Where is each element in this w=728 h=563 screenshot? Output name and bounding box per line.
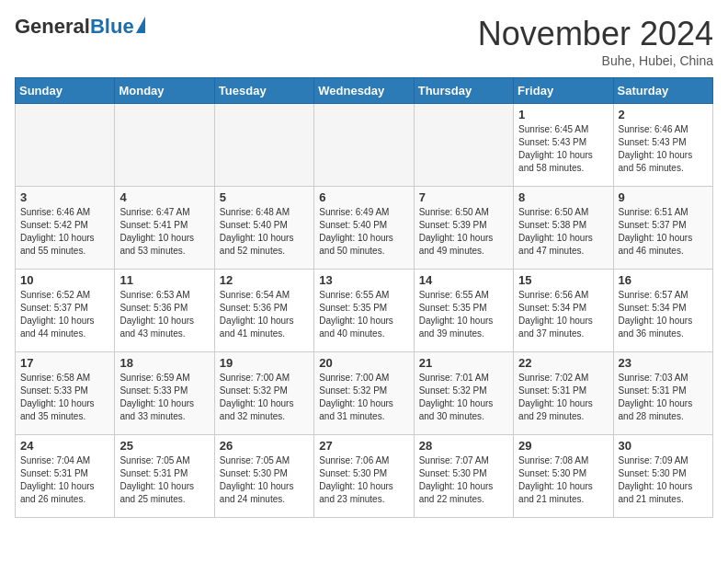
calendar-cell: 25Sunrise: 7:05 AMSunset: 5:31 PMDayligh… [115,435,214,518]
day-info: Sunrise: 7:09 AMSunset: 5:30 PMDaylight:… [619,454,708,506]
calendar-cell: 27Sunrise: 7:06 AMSunset: 5:30 PMDayligh… [314,435,414,518]
day-number: 5 [220,190,309,204]
day-info: Sunrise: 6:54 AMSunset: 5:36 PMDaylight:… [220,289,309,340]
day-number: 25 [119,439,209,453]
day-info: Sunrise: 6:56 AMSunset: 5:34 PMDaylight:… [518,289,608,340]
calendar-cell [16,104,115,187]
day-info: Sunrise: 7:06 AMSunset: 5:30 PMDaylight:… [319,454,408,506]
calendar-header-row: SundayMondayTuesdayWednesdayThursdayFrid… [16,78,713,104]
calendar-cell: 18Sunrise: 6:59 AMSunset: 5:33 PMDayligh… [115,352,214,435]
calendar-cell: 6Sunrise: 6:49 AMSunset: 5:40 PMDaylight… [314,187,414,270]
calendar-cell: 22Sunrise: 7:02 AMSunset: 5:31 PMDayligh… [514,352,613,435]
day-number: 20 [319,356,408,370]
logo-blue: Blue [90,15,134,39]
calendar-header-wednesday: Wednesday [314,78,414,104]
calendar-cell: 30Sunrise: 7:09 AMSunset: 5:30 PMDayligh… [613,435,712,518]
day-number: 21 [419,356,508,370]
day-info: Sunrise: 7:05 AMSunset: 5:31 PMDaylight:… [119,454,209,506]
calendar-week-5: 24Sunrise: 7:04 AMSunset: 5:31 PMDayligh… [16,435,713,518]
day-number: 16 [619,273,708,287]
calendar-cell: 17Sunrise: 6:58 AMSunset: 5:33 PMDayligh… [16,352,115,435]
day-info: Sunrise: 6:53 AMSunset: 5:36 PMDaylight:… [119,289,209,340]
calendar-cell: 24Sunrise: 7:04 AMSunset: 5:31 PMDayligh… [16,435,115,518]
day-info: Sunrise: 7:01 AMSunset: 5:32 PMDaylight:… [419,372,508,423]
calendar-cell [214,104,313,187]
day-number: 30 [619,439,708,453]
day-info: Sunrise: 7:00 AMSunset: 5:32 PMDaylight:… [220,372,309,423]
logo-general: General [15,15,90,39]
calendar-cell [115,104,214,187]
day-number: 27 [319,439,408,453]
day-info: Sunrise: 7:08 AMSunset: 5:30 PMDaylight:… [518,454,608,506]
calendar-cell: 12Sunrise: 6:54 AMSunset: 5:36 PMDayligh… [214,270,313,352]
calendar-header-thursday: Thursday [414,78,513,104]
calendar-header-monday: Monday [115,78,214,104]
calendar-cell: 21Sunrise: 7:01 AMSunset: 5:32 PMDayligh… [414,352,513,435]
logo-icon [136,17,145,33]
calendar-cell: 13Sunrise: 6:55 AMSunset: 5:35 PMDayligh… [314,270,414,352]
calendar-cell: 20Sunrise: 7:00 AMSunset: 5:32 PMDayligh… [314,352,414,435]
day-number: 7 [419,190,508,204]
calendar-cell: 23Sunrise: 7:03 AMSunset: 5:31 PMDayligh… [613,352,712,435]
day-info: Sunrise: 6:46 AMSunset: 5:43 PMDaylight:… [619,123,708,175]
day-number: 15 [518,273,608,287]
calendar-cell [314,104,414,187]
day-number: 26 [220,439,309,453]
day-number: 23 [619,356,708,370]
calendar-week-4: 17Sunrise: 6:58 AMSunset: 5:33 PMDayligh… [16,352,713,435]
day-number: 3 [20,190,109,204]
day-number: 8 [518,190,608,204]
day-info: Sunrise: 6:48 AMSunset: 5:40 PMDaylight:… [220,206,309,258]
day-info: Sunrise: 7:07 AMSunset: 5:30 PMDaylight:… [419,454,508,506]
day-info: Sunrise: 6:58 AMSunset: 5:33 PMDaylight:… [20,372,109,423]
calendar-cell: 15Sunrise: 6:56 AMSunset: 5:34 PMDayligh… [514,270,613,352]
day-number: 14 [419,273,508,287]
calendar-cell: 9Sunrise: 6:51 AMSunset: 5:37 PMDaylight… [613,187,712,270]
location: Buhe, Hubei, China [478,53,713,68]
calendar-header-sunday: Sunday [16,78,115,104]
page-container: General Blue November 2024 Buhe, Hubei, … [15,15,713,518]
day-info: Sunrise: 7:05 AMSunset: 5:30 PMDaylight:… [220,454,309,506]
day-info: Sunrise: 7:04 AMSunset: 5:31 PMDaylight:… [20,454,109,506]
calendar-cell: 1Sunrise: 6:45 AMSunset: 5:43 PMDaylight… [514,104,613,187]
day-info: Sunrise: 6:45 AMSunset: 5:43 PMDaylight:… [518,123,608,175]
title-section: November 2024 Buhe, Hubei, China [478,15,713,68]
calendar-header-saturday: Saturday [613,78,712,104]
day-number: 11 [119,273,209,287]
logo-text: General Blue [15,15,145,39]
calendar-cell: 4Sunrise: 6:47 AMSunset: 5:41 PMDaylight… [115,187,214,270]
day-number: 19 [220,356,309,370]
day-info: Sunrise: 6:50 AMSunset: 5:39 PMDaylight:… [419,206,508,258]
calendar-cell: 2Sunrise: 6:46 AMSunset: 5:43 PMDaylight… [613,104,712,187]
day-number: 13 [319,273,408,287]
calendar-cell: 5Sunrise: 6:48 AMSunset: 5:40 PMDaylight… [214,187,313,270]
day-number: 10 [20,273,109,287]
day-number: 6 [319,190,408,204]
calendar-header-tuesday: Tuesday [214,78,313,104]
day-number: 1 [518,108,608,121]
calendar-cell: 14Sunrise: 6:55 AMSunset: 5:35 PMDayligh… [414,270,513,352]
header: General Blue November 2024 Buhe, Hubei, … [15,15,713,68]
calendar-cell: 16Sunrise: 6:57 AMSunset: 5:34 PMDayligh… [613,270,712,352]
calendar-cell: 10Sunrise: 6:52 AMSunset: 5:37 PMDayligh… [16,270,115,352]
calendar-cell: 3Sunrise: 6:46 AMSunset: 5:42 PMDaylight… [16,187,115,270]
day-info: Sunrise: 7:00 AMSunset: 5:32 PMDaylight:… [319,372,408,423]
calendar-cell: 26Sunrise: 7:05 AMSunset: 5:30 PMDayligh… [214,435,313,518]
calendar-cell: 29Sunrise: 7:08 AMSunset: 5:30 PMDayligh… [514,435,613,518]
calendar-week-2: 3Sunrise: 6:46 AMSunset: 5:42 PMDaylight… [16,187,713,270]
month-title: November 2024 [478,15,713,53]
day-info: Sunrise: 6:46 AMSunset: 5:42 PMDaylight:… [20,206,109,258]
day-info: Sunrise: 6:55 AMSunset: 5:35 PMDaylight:… [319,289,408,340]
day-info: Sunrise: 6:57 AMSunset: 5:34 PMDaylight:… [619,289,708,340]
calendar-week-1: 1Sunrise: 6:45 AMSunset: 5:43 PMDaylight… [16,104,713,187]
day-info: Sunrise: 7:02 AMSunset: 5:31 PMDaylight:… [518,372,608,423]
day-info: Sunrise: 7:03 AMSunset: 5:31 PMDaylight:… [619,372,708,423]
day-info: Sunrise: 6:55 AMSunset: 5:35 PMDaylight:… [419,289,508,340]
day-info: Sunrise: 6:59 AMSunset: 5:33 PMDaylight:… [119,372,209,423]
day-info: Sunrise: 6:51 AMSunset: 5:37 PMDaylight:… [619,206,708,258]
calendar-cell: 19Sunrise: 7:00 AMSunset: 5:32 PMDayligh… [214,352,313,435]
day-info: Sunrise: 6:47 AMSunset: 5:41 PMDaylight:… [119,206,209,258]
day-number: 2 [619,108,708,121]
day-number: 29 [518,439,608,453]
calendar-header-friday: Friday [514,78,613,104]
